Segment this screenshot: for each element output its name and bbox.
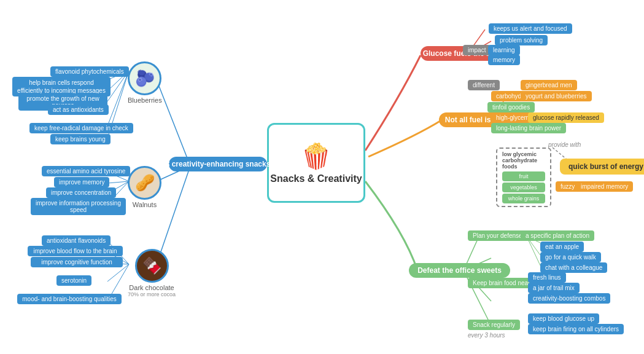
bb-fact-1: flavonoid phytochemicals bbox=[50, 66, 129, 77]
walnuts-label: Walnuts bbox=[133, 201, 157, 208]
provide-with-label: provide with bbox=[548, 141, 581, 148]
branch-snacks: 3 creativity-enhancing snacks bbox=[169, 157, 267, 171]
defeat-plan: Plan your defense bbox=[468, 230, 527, 241]
glucose-child-4: memory bbox=[488, 55, 520, 65]
glucose-child-impact: impact bbox=[463, 45, 491, 55]
choc-fact-3: improve cognitive function bbox=[31, 257, 123, 267]
bb-fact-4: act as antioxidants bbox=[48, 104, 109, 115]
quick-burst: quick burst of energy bbox=[560, 159, 644, 175]
wn-fact-3: improve concentration bbox=[46, 187, 116, 198]
every-3h: every 3 hours bbox=[468, 332, 505, 339]
mindmap-container: 🍿 Snacks & Creativity Glucose fuels the … bbox=[0, 0, 644, 354]
wn-fact-1: essential amino acid tyrosine bbox=[42, 166, 130, 176]
fuel-glucose-rapid: glucose rapidly released bbox=[528, 112, 604, 123]
walnuts-node: 🥜 Walnuts bbox=[128, 166, 161, 208]
center-label: Snacks & Creativity bbox=[270, 173, 362, 184]
chocolate-icon: 🍫 bbox=[135, 249, 169, 283]
low-glycemic-box: low glycemic carbohydrate foods fruit ve… bbox=[496, 148, 551, 207]
bb-fact-6: keep brains young bbox=[50, 134, 111, 144]
choc-fact-2: improve blood flow to the brain bbox=[28, 246, 123, 256]
glucose-child-2: problem solving bbox=[495, 35, 548, 45]
fuel-longlasting: long-lasting brain power bbox=[491, 123, 566, 133]
impaired-memory: impaired memory bbox=[576, 181, 633, 192]
bb-fact-5: keep free-radical damage in check bbox=[29, 123, 133, 133]
choc-fact-1: antioxidant flavonoids bbox=[42, 235, 111, 246]
defeat-chat: chat with a colleague bbox=[540, 262, 607, 273]
defeat-combo: creativity-boosting combos bbox=[528, 293, 610, 304]
defeat-walk: go for a quick walk bbox=[540, 252, 601, 262]
blueberries-label: Blueberries bbox=[128, 96, 162, 104]
blueberries-icon: 🫐 bbox=[128, 61, 161, 95]
glucose-child-3: learning bbox=[488, 45, 520, 55]
blueberries-node: 🫐 Blueberries bbox=[128, 61, 162, 104]
chocolate-subtitle: 70% or more cocoa bbox=[128, 291, 176, 297]
wn-fact-4: improve information processing speed bbox=[31, 198, 126, 215]
fuel-different: different bbox=[468, 80, 500, 90]
defeat-eat-apple: eat an apple bbox=[540, 242, 584, 252]
glucose-child-1: keeps us alert and focused bbox=[489, 23, 572, 34]
fuel-tinfoil: tinfoil goodies bbox=[487, 102, 535, 112]
defeat-fresh: fresh linus bbox=[528, 272, 566, 283]
walnuts-icon: 🥜 bbox=[128, 166, 161, 200]
fuel-yogurt: yogurt and blueberries bbox=[521, 91, 592, 101]
defeat-specific: a specific plan of action bbox=[521, 230, 594, 241]
center-node: 🍿 Snacks & Creativity bbox=[267, 123, 365, 203]
defeat-glucose: keep blood glucose up bbox=[528, 313, 599, 324]
svg-line-25 bbox=[107, 181, 129, 183]
chocolate-node: 🍫 Dark chocolate 70% or more cocoa bbox=[128, 249, 176, 297]
svg-line-37 bbox=[527, 237, 540, 266]
defeat-trail: a jar of trail mix bbox=[528, 283, 580, 293]
fuel-gingerbread: gingerbread men bbox=[521, 80, 577, 90]
choc-fact-4: serotonin bbox=[56, 275, 91, 286]
choc-fact-5: mood- and brain-boosting qualities bbox=[17, 294, 122, 304]
defeat-snack: Snack regularly bbox=[468, 320, 520, 330]
branch-defeat: Defeat the office sweets bbox=[409, 263, 510, 278]
center-icon: 🍿 bbox=[301, 142, 332, 171]
svg-line-22 bbox=[107, 71, 129, 126]
defeat-firing: keep brain firing on all cylinders bbox=[528, 324, 624, 334]
wn-fact-2: improve memory bbox=[54, 177, 109, 187]
chocolate-label: Dark chocolate bbox=[129, 284, 174, 291]
